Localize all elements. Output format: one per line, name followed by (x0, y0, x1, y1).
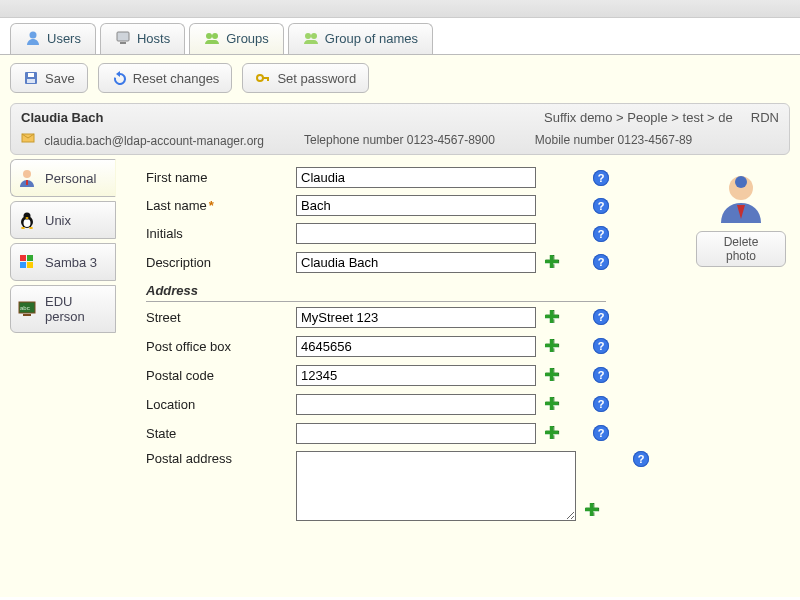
po-box-label: Post office box (146, 339, 296, 354)
add-icon[interactable]: ✚ (544, 252, 559, 272)
save-button[interactable]: Save (10, 63, 88, 93)
postal-address-label: Postal address (146, 451, 296, 466)
entry-header: Claudia Bach Suffix demo > People > test… (10, 103, 790, 155)
button-label: Set password (277, 71, 356, 86)
svg-rect-15 (26, 180, 28, 185)
tab-groups[interactable]: Groups (189, 23, 284, 54)
key-icon (255, 70, 271, 86)
street-input[interactable] (296, 307, 536, 328)
section-heading-address: Address (146, 283, 606, 302)
tab-hosts[interactable]: Hosts (100, 23, 185, 54)
tab-group-of-names[interactable]: Group of names (288, 23, 433, 54)
add-icon[interactable]: ✚ (544, 394, 559, 414)
description-input[interactable] (296, 252, 536, 273)
sidetab-samba3[interactable]: Samba 3 (10, 243, 116, 281)
help-icon[interactable]: ? (593, 226, 609, 242)
tab-label: Users (47, 31, 81, 46)
person-avatar-icon (17, 168, 37, 188)
svg-text:abc: abc (20, 305, 30, 311)
sidetab-label: Unix (45, 213, 71, 228)
po-box-input[interactable] (296, 336, 536, 357)
help-icon[interactable]: ? (593, 367, 609, 383)
mobile-display: Mobile number 0123-4567-89 (535, 133, 692, 147)
email-value: claudia.bach@ldap-account-manager.org (21, 131, 264, 148)
sidetab-unix[interactable]: Unix (10, 201, 116, 239)
help-icon[interactable]: ? (593, 309, 609, 325)
last-name-input[interactable] (296, 195, 536, 216)
add-icon[interactable]: ✚ (544, 365, 559, 385)
sidetab-label: Samba 3 (45, 255, 97, 270)
tux-icon (17, 210, 37, 230)
svg-point-3 (206, 33, 212, 39)
host-icon (115, 30, 131, 46)
sidetab-label: Personal (45, 171, 96, 186)
first-name-label: First name (146, 170, 296, 185)
set-password-button[interactable]: Set password (242, 63, 369, 93)
button-label: Reset changes (133, 71, 220, 86)
suffix-breadcrumb: Suffix demo > People > test > de (544, 110, 733, 125)
add-icon[interactable]: ✚ (544, 336, 559, 356)
add-icon[interactable]: ✚ (584, 500, 599, 520)
postal-code-input[interactable] (296, 365, 536, 386)
entry-display-name: Claudia Bach (21, 110, 103, 125)
svg-point-20 (21, 227, 25, 229)
help-icon[interactable]: ? (593, 170, 609, 186)
delete-photo-button[interactable]: Delete photo (696, 231, 786, 267)
initials-label: Initials (146, 226, 296, 241)
help-icon[interactable]: ? (593, 338, 609, 354)
svg-rect-23 (27, 255, 33, 261)
tab-label: Groups (226, 31, 269, 46)
svg-rect-28 (23, 314, 31, 316)
telephone-display: Telephone number 0123-4567-8900 (304, 133, 495, 147)
state-label: State (146, 426, 296, 441)
help-icon[interactable]: ? (593, 425, 609, 441)
reset-changes-button[interactable]: Reset changes (98, 63, 233, 93)
state-input[interactable] (296, 423, 536, 444)
last-name-label: Last name (146, 198, 207, 213)
svg-point-5 (305, 33, 311, 39)
initials-input[interactable] (296, 223, 536, 244)
group-names-icon (303, 30, 319, 46)
svg-point-30 (735, 176, 747, 188)
svg-point-21 (29, 227, 33, 229)
button-label: Delete photo (707, 235, 775, 263)
add-icon[interactable]: ✚ (544, 423, 559, 443)
button-label: Save (45, 71, 75, 86)
street-label: Street (146, 310, 296, 325)
svg-point-6 (311, 33, 317, 39)
svg-rect-25 (27, 262, 33, 268)
svg-rect-1 (117, 32, 129, 41)
sidetab-edu-person[interactable]: abc EDU person (10, 285, 116, 333)
undo-icon (111, 70, 127, 86)
svg-rect-24 (20, 262, 26, 268)
location-input[interactable] (296, 394, 536, 415)
postal-address-textarea[interactable] (296, 451, 576, 521)
svg-point-4 (212, 33, 218, 39)
location-label: Location (146, 397, 296, 412)
tab-label: Hosts (137, 31, 170, 46)
svg-rect-22 (20, 255, 26, 261)
help-icon[interactable]: ? (633, 451, 649, 467)
tab-label: Group of names (325, 31, 418, 46)
sidetab-personal[interactable]: Personal (10, 159, 116, 197)
description-label: Description (146, 255, 296, 270)
required-marker: * (209, 198, 214, 213)
add-icon[interactable]: ✚ (544, 307, 559, 327)
help-icon[interactable]: ? (593, 198, 609, 214)
user-icon (25, 30, 41, 46)
help-icon[interactable]: ? (593, 396, 609, 412)
first-name-input[interactable] (296, 167, 536, 188)
rdn-label: RDN (751, 110, 779, 125)
disk-icon (23, 70, 39, 86)
svg-point-19 (26, 217, 29, 219)
svg-rect-8 (28, 73, 34, 77)
group-icon (204, 30, 220, 46)
help-icon[interactable]: ? (593, 254, 609, 270)
svg-point-0 (30, 32, 37, 39)
tab-users[interactable]: Users (10, 23, 96, 54)
windows-flag-icon (17, 252, 37, 272)
postal-code-label: Postal code (146, 368, 296, 383)
svg-point-14 (23, 170, 31, 178)
sidetab-label: EDU person (45, 294, 107, 324)
window-top-bar (0, 0, 800, 18)
